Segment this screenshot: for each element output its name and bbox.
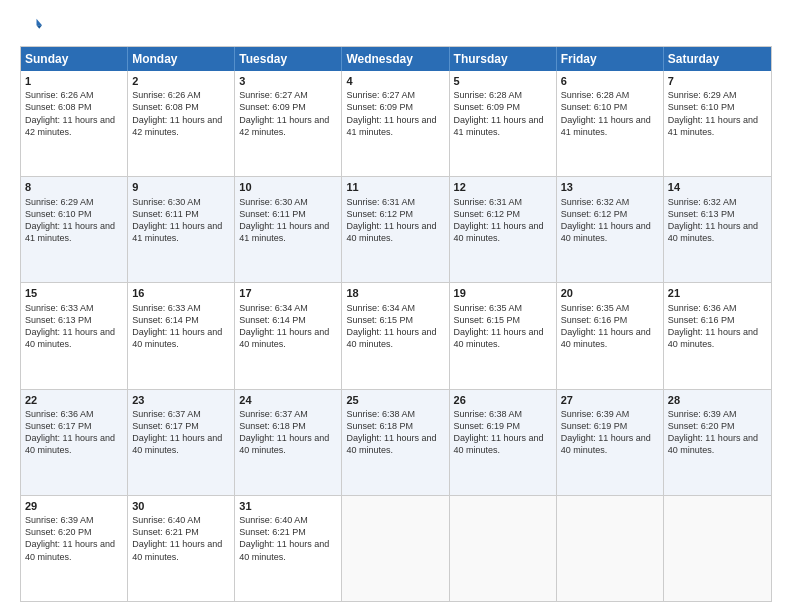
- day-number: 21: [668, 286, 767, 300]
- svg-marker-1: [37, 25, 43, 29]
- calendar-header: SundayMondayTuesdayWednesdayThursdayFrid…: [21, 47, 771, 71]
- header-day-friday: Friday: [557, 47, 664, 71]
- day-cell-4: 4Sunrise: 6:27 AMSunset: 6:09 PMDaylight…: [342, 71, 449, 176]
- day-number: 18: [346, 286, 444, 300]
- day-number: 4: [346, 74, 444, 88]
- calendar-week-2: 8Sunrise: 6:29 AMSunset: 6:10 PMDaylight…: [21, 177, 771, 283]
- day-cell-3: 3Sunrise: 6:27 AMSunset: 6:09 PMDaylight…: [235, 71, 342, 176]
- day-cell-13: 13Sunrise: 6:32 AMSunset: 6:12 PMDayligh…: [557, 177, 664, 282]
- day-cell-30: 30Sunrise: 6:40 AMSunset: 6:21 PMDayligh…: [128, 496, 235, 601]
- calendar: SundayMondayTuesdayWednesdayThursdayFrid…: [20, 46, 772, 602]
- day-info: Sunrise: 6:27 AMSunset: 6:09 PMDaylight:…: [239, 89, 337, 138]
- day-info: Sunrise: 6:30 AMSunset: 6:11 PMDaylight:…: [239, 196, 337, 245]
- day-info: Sunrise: 6:37 AMSunset: 6:17 PMDaylight:…: [132, 408, 230, 457]
- day-info: Sunrise: 6:40 AMSunset: 6:21 PMDaylight:…: [132, 514, 230, 563]
- day-number: 6: [561, 74, 659, 88]
- day-cell-15: 15Sunrise: 6:33 AMSunset: 6:13 PMDayligh…: [21, 283, 128, 388]
- header-day-thursday: Thursday: [450, 47, 557, 71]
- day-cell-10: 10Sunrise: 6:30 AMSunset: 6:11 PMDayligh…: [235, 177, 342, 282]
- day-cell-1: 1Sunrise: 6:26 AMSunset: 6:08 PMDaylight…: [21, 71, 128, 176]
- day-cell-22: 22Sunrise: 6:36 AMSunset: 6:17 PMDayligh…: [21, 390, 128, 495]
- day-cell-20: 20Sunrise: 6:35 AMSunset: 6:16 PMDayligh…: [557, 283, 664, 388]
- day-info: Sunrise: 6:36 AMSunset: 6:17 PMDaylight:…: [25, 408, 123, 457]
- day-cell-27: 27Sunrise: 6:39 AMSunset: 6:19 PMDayligh…: [557, 390, 664, 495]
- day-info: Sunrise: 6:40 AMSunset: 6:21 PMDaylight:…: [239, 514, 337, 563]
- header-day-wednesday: Wednesday: [342, 47, 449, 71]
- day-info: Sunrise: 6:39 AMSunset: 6:19 PMDaylight:…: [561, 408, 659, 457]
- day-cell-12: 12Sunrise: 6:31 AMSunset: 6:12 PMDayligh…: [450, 177, 557, 282]
- day-info: Sunrise: 6:27 AMSunset: 6:09 PMDaylight:…: [346, 89, 444, 138]
- day-info: Sunrise: 6:35 AMSunset: 6:16 PMDaylight:…: [561, 302, 659, 351]
- calendar-week-5: 29Sunrise: 6:39 AMSunset: 6:20 PMDayligh…: [21, 496, 771, 601]
- day-number: 27: [561, 393, 659, 407]
- day-number: 13: [561, 180, 659, 194]
- day-info: Sunrise: 6:32 AMSunset: 6:13 PMDaylight:…: [668, 196, 767, 245]
- day-number: 5: [454, 74, 552, 88]
- day-number: 8: [25, 180, 123, 194]
- calendar-week-3: 15Sunrise: 6:33 AMSunset: 6:13 PMDayligh…: [21, 283, 771, 389]
- day-number: 25: [346, 393, 444, 407]
- day-cell-29: 29Sunrise: 6:39 AMSunset: 6:20 PMDayligh…: [21, 496, 128, 601]
- day-number: 29: [25, 499, 123, 513]
- header-day-sunday: Sunday: [21, 47, 128, 71]
- day-number: 19: [454, 286, 552, 300]
- day-info: Sunrise: 6:37 AMSunset: 6:18 PMDaylight:…: [239, 408, 337, 457]
- day-info: Sunrise: 6:29 AMSunset: 6:10 PMDaylight:…: [25, 196, 123, 245]
- header-day-saturday: Saturday: [664, 47, 771, 71]
- day-number: 24: [239, 393, 337, 407]
- day-info: Sunrise: 6:26 AMSunset: 6:08 PMDaylight:…: [25, 89, 123, 138]
- day-cell-31: 31Sunrise: 6:40 AMSunset: 6:21 PMDayligh…: [235, 496, 342, 601]
- day-number: 12: [454, 180, 552, 194]
- day-cell-23: 23Sunrise: 6:37 AMSunset: 6:17 PMDayligh…: [128, 390, 235, 495]
- day-number: 14: [668, 180, 767, 194]
- day-cell-9: 9Sunrise: 6:30 AMSunset: 6:11 PMDaylight…: [128, 177, 235, 282]
- day-info: Sunrise: 6:34 AMSunset: 6:14 PMDaylight:…: [239, 302, 337, 351]
- day-number: 9: [132, 180, 230, 194]
- day-number: 26: [454, 393, 552, 407]
- day-info: Sunrise: 6:35 AMSunset: 6:15 PMDaylight:…: [454, 302, 552, 351]
- calendar-body: 1Sunrise: 6:26 AMSunset: 6:08 PMDaylight…: [21, 71, 771, 601]
- svg-marker-0: [37, 19, 43, 25]
- day-number: 31: [239, 499, 337, 513]
- day-info: Sunrise: 6:28 AMSunset: 6:10 PMDaylight:…: [561, 89, 659, 138]
- day-number: 15: [25, 286, 123, 300]
- logo: [20, 16, 44, 38]
- day-number: 22: [25, 393, 123, 407]
- day-info: Sunrise: 6:34 AMSunset: 6:15 PMDaylight:…: [346, 302, 444, 351]
- day-number: 3: [239, 74, 337, 88]
- day-info: Sunrise: 6:38 AMSunset: 6:19 PMDaylight:…: [454, 408, 552, 457]
- day-cell-25: 25Sunrise: 6:38 AMSunset: 6:18 PMDayligh…: [342, 390, 449, 495]
- calendar-week-1: 1Sunrise: 6:26 AMSunset: 6:08 PMDaylight…: [21, 71, 771, 177]
- day-cell-2: 2Sunrise: 6:26 AMSunset: 6:08 PMDaylight…: [128, 71, 235, 176]
- day-cell-14: 14Sunrise: 6:32 AMSunset: 6:13 PMDayligh…: [664, 177, 771, 282]
- day-number: 2: [132, 74, 230, 88]
- header-day-tuesday: Tuesday: [235, 47, 342, 71]
- day-number: 30: [132, 499, 230, 513]
- header-day-monday: Monday: [128, 47, 235, 71]
- day-info: Sunrise: 6:33 AMSunset: 6:13 PMDaylight:…: [25, 302, 123, 351]
- empty-cell: [664, 496, 771, 601]
- day-number: 17: [239, 286, 337, 300]
- logo-icon: [20, 16, 42, 38]
- day-cell-21: 21Sunrise: 6:36 AMSunset: 6:16 PMDayligh…: [664, 283, 771, 388]
- logo-text: [20, 16, 44, 38]
- day-cell-24: 24Sunrise: 6:37 AMSunset: 6:18 PMDayligh…: [235, 390, 342, 495]
- day-cell-17: 17Sunrise: 6:34 AMSunset: 6:14 PMDayligh…: [235, 283, 342, 388]
- day-info: Sunrise: 6:26 AMSunset: 6:08 PMDaylight:…: [132, 89, 230, 138]
- day-info: Sunrise: 6:39 AMSunset: 6:20 PMDaylight:…: [25, 514, 123, 563]
- day-info: Sunrise: 6:32 AMSunset: 6:12 PMDaylight:…: [561, 196, 659, 245]
- day-cell-28: 28Sunrise: 6:39 AMSunset: 6:20 PMDayligh…: [664, 390, 771, 495]
- day-cell-19: 19Sunrise: 6:35 AMSunset: 6:15 PMDayligh…: [450, 283, 557, 388]
- day-info: Sunrise: 6:38 AMSunset: 6:18 PMDaylight:…: [346, 408, 444, 457]
- day-number: 28: [668, 393, 767, 407]
- day-number: 20: [561, 286, 659, 300]
- day-number: 10: [239, 180, 337, 194]
- day-number: 16: [132, 286, 230, 300]
- header: [20, 16, 772, 38]
- empty-cell: [342, 496, 449, 601]
- day-info: Sunrise: 6:29 AMSunset: 6:10 PMDaylight:…: [668, 89, 767, 138]
- day-info: Sunrise: 6:33 AMSunset: 6:14 PMDaylight:…: [132, 302, 230, 351]
- day-cell-7: 7Sunrise: 6:29 AMSunset: 6:10 PMDaylight…: [664, 71, 771, 176]
- day-number: 7: [668, 74, 767, 88]
- day-info: Sunrise: 6:28 AMSunset: 6:09 PMDaylight:…: [454, 89, 552, 138]
